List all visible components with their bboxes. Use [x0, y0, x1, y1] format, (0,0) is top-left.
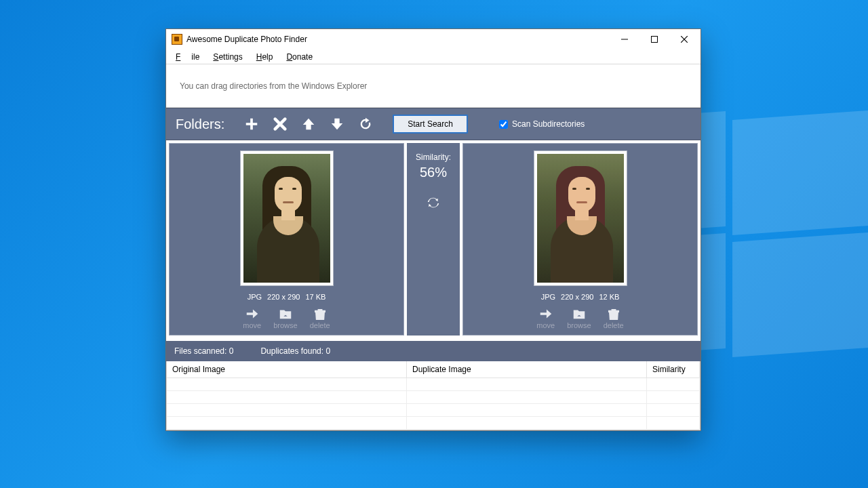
window-title: Awesome Duplicate Photo Finder — [186, 35, 307, 44]
table-row[interactable] — [167, 391, 700, 404]
svg-rect-1 — [652, 37, 658, 43]
add-folder-icon[interactable] — [243, 116, 260, 132]
svg-rect-0 — [621, 39, 628, 40]
menu-file[interactable]: File — [170, 51, 205, 63]
app-icon — [172, 34, 182, 45]
col-original[interactable]: Original Image — [167, 361, 407, 378]
left-image-pane: JPG220 x 29017 KB move browse delete — [169, 143, 404, 336]
folders-toolbar: Folders: Start Search Scan Subdirectorie… — [166, 108, 701, 140]
col-similarity[interactable]: Similarity — [647, 361, 700, 378]
move-up-icon[interactable] — [300, 116, 317, 132]
app-window: Awesome Duplicate Photo Finder File Sett… — [165, 28, 701, 431]
refresh-icon[interactable] — [357, 116, 374, 132]
left-move-button[interactable]: move — [243, 306, 261, 329]
maximize-button[interactable] — [639, 30, 669, 49]
scan-subdirectories-input[interactable] — [499, 120, 508, 129]
similarity-value: 56% — [420, 165, 447, 180]
left-meta: JPG220 x 29017 KB — [248, 293, 326, 301]
folders-label: Folders: — [176, 117, 224, 132]
left-browse-button[interactable]: browse — [273, 306, 297, 329]
start-search-button[interactable]: Start Search — [393, 115, 468, 134]
table-row[interactable] — [167, 417, 700, 430]
right-thumbnail[interactable] — [534, 150, 627, 286]
table-row[interactable] — [167, 378, 700, 391]
remove-folder-icon[interactable] — [272, 116, 288, 132]
left-thumbnail[interactable] — [240, 150, 334, 286]
compare-area: JPG220 x 29017 KB move browse delete Sim… — [166, 140, 701, 338]
similarity-label: Similarity: — [416, 152, 451, 162]
swap-icon[interactable] — [426, 195, 441, 213]
similarity-panel: Similarity: 56% — [407, 143, 460, 336]
status-bar: Files scanned: 0 Duplicates found: 0 — [166, 338, 701, 361]
menu-help[interactable]: Help — [251, 51, 279, 63]
right-meta: JPG220 x 29012 KB — [541, 293, 620, 301]
menu-settings[interactable]: Settings — [208, 51, 248, 63]
drag-hint: You can drag directories from the Window… — [166, 64, 701, 108]
menu-donate[interactable]: Donate — [281, 51, 318, 63]
table-row[interactable] — [167, 404, 700, 417]
close-button[interactable] — [669, 30, 699, 49]
duplicates-found: Duplicates found: 0 — [260, 346, 330, 356]
right-image-pane: JPG220 x 29012 KB move browse delete — [462, 143, 698, 336]
titlebar[interactable]: Awesome Duplicate Photo Finder — [166, 29, 701, 49]
col-duplicate[interactable]: Duplicate Image — [407, 361, 647, 378]
scan-subdirectories-checkbox[interactable]: Scan Subdirectories — [499, 119, 585, 129]
move-down-icon[interactable] — [329, 116, 345, 132]
table-header: Original Image Duplicate Image Similarit… — [167, 361, 700, 378]
minimize-button[interactable] — [610, 30, 639, 49]
right-delete-button[interactable]: delete — [604, 306, 624, 329]
menubar: File Settings Help Donate — [166, 49, 701, 64]
right-browse-button[interactable]: browse — [567, 306, 591, 329]
left-delete-button[interactable]: delete — [310, 306, 330, 329]
files-scanned: Files scanned: 0 — [174, 346, 233, 356]
right-move-button[interactable]: move — [536, 306, 555, 329]
scan-subdirectories-label: Scan Subdirectories — [512, 119, 585, 129]
results-table[interactable]: Original Image Duplicate Image Similarit… — [166, 361, 701, 430]
